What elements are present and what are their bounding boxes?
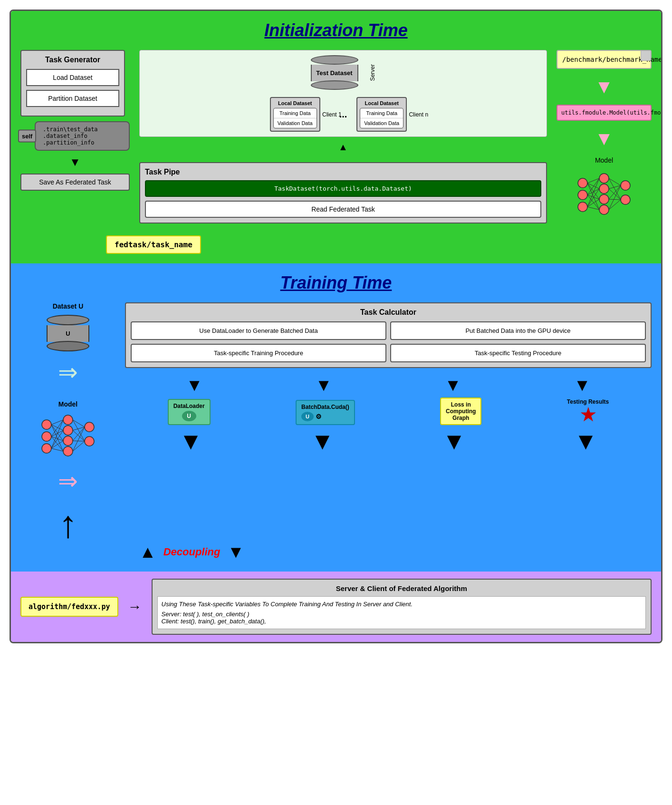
decoupling-section: algorithm/fedxxx.py → Server & Client of…	[11, 572, 661, 642]
arrow-to-save: ▼	[20, 155, 130, 169]
gear-icon: ⚙	[316, 413, 322, 420]
task-pipe: Task Pipe TaskDataset(torch.utils.data.D…	[139, 162, 547, 223]
training-left: Dataset U U ⇒ Model	[20, 302, 115, 540]
big-up-arrow: ↑	[58, 509, 77, 540]
fedtask-box: fedtask/task_name	[106, 235, 201, 254]
algo-box: algorithm/fedxxx.py	[20, 597, 118, 617]
training-content: Dataset U U ⇒ Model	[20, 302, 652, 540]
pink-arrow-2: ▼	[595, 128, 614, 149]
decoupling-label: Decoupling	[163, 546, 221, 558]
svg-point-31	[42, 444, 51, 453]
neural-net-training	[39, 413, 96, 460]
task-calc-cell-1: Use DataLoader to Generate Batched Data	[131, 321, 386, 340]
loss-box: Loss in Computing Graph	[440, 398, 481, 425]
test-ds-bottom	[311, 80, 358, 90]
testing-output: Testing Results ★	[567, 398, 609, 425]
svg-point-0	[578, 178, 587, 188]
svg-line-28	[609, 200, 621, 210]
task-calc-grid: Use DataLoader to Generate Batched Data …	[131, 321, 646, 362]
server-client-box: Server & Client of Federated Algorithm U…	[152, 579, 652, 635]
svg-point-32	[63, 415, 73, 425]
output-items-row: DataLoader U BatchData.Cuda() U ⚙	[125, 398, 652, 425]
main-container: Initialization Time Task Generator Load …	[10, 10, 662, 643]
local-ds-title-n: Local Dataset	[360, 100, 403, 106]
svg-line-10	[587, 183, 599, 189]
local-dataset-1: Local Dataset Training Data Validation D…	[270, 97, 320, 132]
dataset-u-label: Dataset U	[53, 302, 84, 310]
svg-point-8	[621, 195, 630, 204]
local-ds-inner-n: Training Data Validation Data	[360, 108, 403, 128]
output-arrow-1: ▼	[186, 375, 203, 395]
decoupling-down-arrow: ▼	[227, 542, 244, 562]
task-calculator: Task Calculator Use DataLoader to Genera…	[125, 302, 652, 368]
loss-label-3: Graph	[446, 415, 476, 421]
sc-desc: Using These Task-specific Variables To C…	[162, 601, 642, 608]
client-1-label: Client 1	[322, 97, 342, 132]
self-line-3: .partition_info	[43, 139, 122, 146]
pink-arrow-1: ▼	[595, 76, 614, 97]
self-line-2: .dataset_info	[43, 133, 122, 139]
svg-line-39	[51, 425, 63, 430]
light-arrow-right-1: ⇒	[58, 359, 78, 386]
output-arrows-row: ▼ ▼ ▼ ▼	[125, 375, 652, 395]
svg-point-1	[578, 190, 587, 200]
training-title: Training Time	[20, 273, 652, 293]
validation-data-n: Validation Data	[360, 118, 403, 128]
star-icon: ★	[567, 405, 609, 425]
arrow-up-1: ▲	[139, 142, 547, 153]
task-pipe-title: Task Pipe	[145, 168, 541, 176]
svg-point-34	[63, 436, 73, 446]
task-generator-title: Task Generator	[26, 56, 119, 64]
server-dataset-area: Test Dataset Server Local Dataset	[139, 50, 547, 137]
decoupling-row: ▲ Decoupling ▼	[20, 542, 652, 562]
local-ds-inner-1: Training Data Validation Data	[273, 108, 317, 128]
datasets-row: Test Dataset Server	[311, 55, 376, 90]
task-calc-title: Task Calculator	[131, 308, 646, 317]
training-section: Training Time Dataset U U ⇒ Model	[11, 263, 661, 572]
read-federated-box: Read Federated Task	[145, 201, 541, 218]
dataloader-box: DataLoader U	[168, 399, 211, 425]
init-section: Initialization Time Task Generator Load …	[11, 11, 661, 263]
svg-point-35	[63, 446, 73, 456]
output-arrow-4: ▼	[574, 375, 591, 395]
right-area: /benchmark/benchmark_name/model/model_na…	[557, 50, 652, 219]
svg-line-56	[73, 441, 85, 441]
svg-line-51	[73, 427, 85, 430]
save-federated-box: Save As Federated Task	[20, 174, 130, 191]
loss-output: Loss in Computing Graph	[440, 398, 481, 425]
batchdata-label: BatchData.Cuda()	[301, 404, 349, 410]
batchdata-box: BatchData.Cuda() U ⚙	[296, 400, 355, 425]
batchdata-icons: U ⚙	[301, 412, 349, 421]
task-calc-cell-3: Task-specific Training Procedure	[131, 344, 386, 362]
dataloader-u-badge: U	[182, 411, 196, 421]
task-dataset-green: TaskDataset(torch.utils.data.Dataset)	[145, 180, 541, 197]
left-column: Task Generator Load Dataset Partition Da…	[20, 50, 130, 191]
self-data-box: .train\test_data .dataset_info .partitio…	[35, 121, 130, 151]
model-label-training: Model	[58, 400, 77, 408]
local-ds-title-1: Local Dataset	[273, 100, 317, 106]
client-n-label: Client n	[409, 97, 428, 132]
output-arrow-2: ▼	[315, 375, 332, 395]
svg-point-2	[578, 202, 587, 212]
svg-line-27	[609, 199, 621, 200]
u-bottom	[47, 341, 89, 351]
big-arrow-3: ▼	[442, 427, 466, 455]
svg-line-22	[609, 185, 621, 189]
big-arrow-1: ▼	[179, 427, 203, 455]
local-datasets-row: Local Dataset Training Data Validation D…	[270, 97, 416, 132]
batchdata-u-badge: U	[301, 412, 314, 421]
dataset-u-cyl: U	[47, 315, 89, 351]
task-generator-box: Task Generator Load Dataset Partition Da…	[20, 50, 125, 116]
arrow-to-sc: →	[128, 599, 142, 615]
test-ds-body: Test Dataset	[311, 65, 358, 81]
training-data-n: Training Data	[360, 108, 403, 118]
loss-label: Loss in	[446, 401, 476, 408]
server-label: Server	[369, 64, 376, 81]
sc-server-line: Server: test( ), test_on_clients( )	[162, 611, 642, 618]
pink-arrow-right-training: ⇒	[58, 467, 78, 495]
sc-client-line: Client: test(), train(), get_batch_data(…	[162, 618, 642, 625]
self-label: self	[18, 130, 36, 143]
svg-point-29	[42, 420, 51, 429]
svg-line-57	[73, 441, 85, 451]
batchdata-output: BatchData.Cuda() U ⚙	[296, 400, 355, 425]
